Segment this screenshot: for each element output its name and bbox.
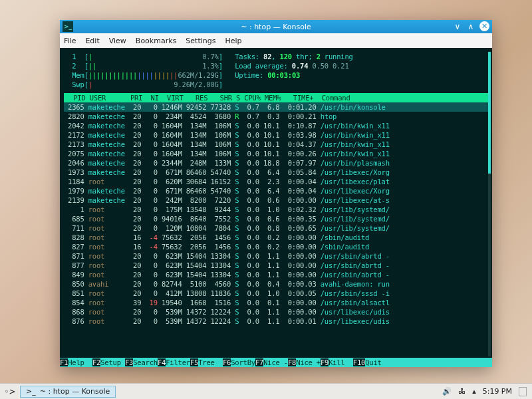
konsole-window: >_ ~ : htop — Konsole ∨ ∧ ✕ File Edit Vi… [60,20,492,367]
process-row[interactable]: 1979 maketeche 20 0 671M 86460 54740 S 0… [64,186,489,196]
show-desktop-button[interactable] [519,387,527,396]
menu-view[interactable]: View [109,37,126,45]
process-row[interactable]: 685 root 20 0 94016 8640 7552 S 0.0 0.6 … [64,214,489,223]
process-row[interactable]: 2173 maketeche 20 0 1604M 134M 106M S 0.… [64,140,489,149]
clock[interactable]: 5:19 PM [483,387,512,396]
process-row[interactable]: 854 root 39 19 19540 1668 1516 S 0.0 0.1… [64,298,489,307]
column-header[interactable]: PID USER PRI NI VIRT RES SHR S CPU% MEM%… [64,93,489,102]
menu-edit[interactable]: Edit [85,37,99,45]
fkey-bar[interactable]: F1Help F2Setup F3SearchF4FilterF5Tree F6… [60,358,492,367]
menu-file[interactable]: File [64,37,76,45]
process-row[interactable]: 876 root 20 0 539M 14372 12224 S 0.0 1.1… [64,317,489,326]
process-row[interactable]: 851 root 20 0 412M 13808 11836 S 0.0 1.0… [64,289,489,298]
process-row[interactable]: 828 root 16 -4 75632 2056 1456 S 0.0 0.2… [64,233,489,242]
process-row[interactable]: 877 root 20 0 623M 15404 13304 S 0.0 1.1… [64,261,489,270]
volume-icon[interactable]: 🔊 [442,387,452,396]
taskbar-app-label: ~ : htop — Konsole [40,387,110,396]
taskbar: ◦> >_ ~ : htop — Konsole 🔊 🖧 ▴ 5:19 PM [0,383,532,399]
htop-meters: 1 [| 0.7%] Tasks: 82, 120 thr; 2 running… [64,52,489,89]
menu-help[interactable]: Help [225,37,241,45]
terminal-icon: >_ [26,387,36,396]
terminal-area[interactable]: 1 [| 0.7%] Tasks: 82, 120 thr; 2 running… [60,48,492,367]
minimize-button[interactable]: ∨ [453,22,462,31]
menu-bookmarks[interactable]: Bookmarks [136,37,176,45]
process-row[interactable]: 871 root 20 0 623M 15404 13304 S 0.0 1.1… [64,251,489,261]
process-row[interactable]: 1973 maketeche 20 0 671M 86460 54740 S 0… [64,168,489,177]
process-row[interactable]: 2365 maketeche 20 0 1246M 92452 77328 S … [64,102,489,112]
process-row[interactable]: 2172 maketeche 20 0 1604M 134M 106M S 0.… [64,130,489,140]
process-row[interactable]: 850 avahi 20 0 82744 5100 4560 S 0.0 0.4… [64,279,489,289]
network-icon[interactable]: 🖧 [458,387,466,396]
process-row[interactable]: 2042 maketeche 20 0 1604M 134M 106M S 0.… [64,121,489,130]
close-button[interactable]: ✕ [479,21,489,31]
start-button[interactable]: ◦> [3,385,17,398]
taskbar-app-konsole[interactable]: >_ ~ : htop — Konsole [20,386,116,398]
titlebar[interactable]: >_ ~ : htop — Konsole ∨ ∧ ✕ [60,20,492,33]
process-row[interactable]: 1 root 20 0 175M 13548 9244 S 0.0 1.0 0:… [64,205,489,214]
process-row[interactable]: 868 root 20 0 539M 14372 12224 S 0.0 1.1… [64,307,489,317]
scrollbar-thumb[interactable] [488,52,491,174]
menubar: File Edit View Bookmarks Settings Help [60,33,492,48]
maximize-button[interactable]: ∧ [466,22,475,31]
process-list[interactable]: 2365 maketeche 20 0 1246M 92452 77328 S … [64,102,489,326]
process-row[interactable]: 711 root 20 0 120M 10804 7804 S 0.0 0.8 … [64,223,489,233]
process-row[interactable]: 849 root 20 0 623M 15404 13304 S 0.0 1.1… [64,270,489,279]
process-row[interactable]: 2046 maketeche 20 0 2344M 248M 133M S 0.… [64,158,489,168]
tray-arrow-icon[interactable]: ▴ [472,387,476,396]
terminal-icon: >_ [63,21,73,32]
process-row[interactable]: 2075 maketeche 20 0 1604M 134M 106M S 0.… [64,149,489,158]
process-row[interactable]: 2820 maketeche 20 0 234M 4524 3680 R 0.7… [64,112,489,121]
window-title: ~ : htop — Konsole [60,23,492,31]
menu-settings[interactable]: Settings [186,37,215,45]
process-row[interactable]: 2139 maketeche 20 0 242M 8200 7220 S 0.0… [64,196,489,205]
process-row[interactable]: 827 root 16 -4 75632 2056 1456 S 0.0 0.2… [64,242,489,251]
scrollbar[interactable] [488,52,491,356]
process-row[interactable]: 1184 root 20 0 620M 30684 16152 S 0.0 2.… [64,177,489,186]
